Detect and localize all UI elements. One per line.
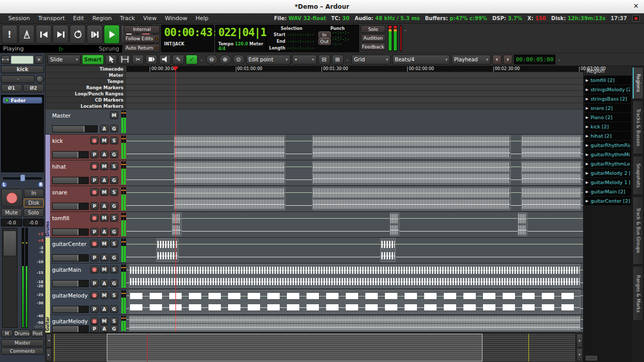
summary-strip[interactable] [52,333,576,362]
region-list-item[interactable]: ▶guitarMain [2] [585,187,631,196]
zoom-fit-icon[interactable]: ⊙ [233,55,245,64]
track-name[interactable]: snare [52,189,89,195]
track-group-button[interactable]: G [110,151,118,158]
audition-tool-button[interactable] [159,55,171,64]
expander-icon[interactable]: ▶ [586,134,588,138]
punch-in-button[interactable]: In [318,31,331,38]
region-list-item[interactable]: ▶guitarMelody 1 [2] [585,178,631,187]
track-group-button[interactable]: G [110,202,118,210]
hide-mixer-icon[interactable]: ✕ [35,55,43,64]
track-mute-button[interactable]: M [100,317,108,325]
ruler-canvas[interactable] [126,97,583,103]
sync-source-button[interactable]: Internal [124,25,160,34]
track-name[interactable]: guitarCenter [52,241,89,247]
goto-start-button[interactable] [36,25,52,44]
audio-region[interactable] [129,264,580,288]
region-list-item[interactable]: ▶stringsMelody [2] [585,85,631,94]
track-mute-button[interactable]: M [100,266,108,273]
record-indicator-icon[interactable]: ● [632,15,640,22]
audio-region[interactable] [518,212,527,236]
processor-active-led[interactable] [5,98,9,102]
midi-panic-button[interactable]: ! [2,25,18,44]
region-list-item[interactable]: ▶stringsBass [2] [585,94,631,103]
track-automation-button[interactable]: A [100,228,108,236]
punch-out-button[interactable]: Out [318,38,331,45]
audition-button[interactable]: Audition [361,34,385,42]
pan-handle[interactable] [20,174,25,182]
track-gain-fader[interactable] [52,325,89,333]
menu-session[interactable]: Session [4,15,34,22]
gain-display[interactable]: -0.0 [1,219,22,226]
feedback-button[interactable]: Feedback [361,43,385,51]
ruler-row-meter[interactable]: Meter [45,72,583,78]
playhead-combo[interactable]: Playhead▾ [452,55,491,64]
track-canvas[interactable] [126,315,583,332]
audio-region[interactable] [312,161,511,185]
selection-end-value[interactable]: --:--:--:-- [287,39,314,44]
draw-tool-icon[interactable]: ✎ [172,55,184,64]
track-header[interactable]: hihatMSPAG [45,160,120,186]
track-record-enable-button[interactable] [90,188,99,196]
track-gain-fader[interactable] [52,254,89,261]
playhead-marker-icon[interactable] [172,67,179,74]
audio-region[interactable] [380,238,396,262]
summary-scroll-right-icon[interactable]: ▸ [46,348,52,362]
region-list-item[interactable]: ▶snare [2] [585,104,631,112]
region-list-item[interactable]: ▶Piano [2] [585,113,631,122]
track-gain-fader[interactable] [52,228,89,236]
track-name[interactable]: tomfill [52,215,89,221]
audio-region[interactable] [174,161,285,185]
zoom-chevron-icon[interactable]: ⌄ [345,57,350,62]
transport-options-chevron-icon[interactable]: ⌄ [404,27,408,32]
track-playlist-button[interactable]: P [90,228,99,236]
solo-button[interactable]: Solo [23,208,44,217]
note-division-combo[interactable]: •▾ [292,55,317,64]
cut-tool-icon[interactable]: ✂ [132,55,144,64]
track-playlist-button[interactable]: P [90,151,99,158]
track-playlist-button[interactable]: P [90,325,99,333]
expander-icon[interactable]: ▶ [586,171,588,175]
track-solo-button[interactable]: S [110,317,118,325]
menu-track[interactable]: Track [116,15,139,22]
audio-region[interactable] [521,187,582,210]
track-automation-button[interactable]: A [100,279,108,287]
track-automation-button[interactable]: A [100,176,108,184]
regions-panel-scrollbar[interactable] [586,356,597,360]
track-name[interactable]: guitarMelody 1 [52,292,89,299]
region-list-item[interactable]: ▶guitarMelody 2 [2] [585,169,631,177]
track-canvas[interactable] [126,186,583,211]
track-name[interactable]: guitarMelody 2 [52,318,89,324]
expander-icon[interactable]: ▶ [586,116,588,120]
goto-end-button[interactable] [53,25,69,44]
track-record-enable-button[interactable] [90,137,99,144]
track-mute-button[interactable]: M [100,240,108,248]
summary-viewport[interactable] [107,334,482,361]
ruler-canvas[interactable] [126,85,583,90]
grab-tool-button[interactable] [105,55,117,64]
ruler-canvas[interactable] [126,72,583,78]
ruler-row-location-markers[interactable]: Location Markers [45,103,583,109]
track-group-button[interactable]: G [110,176,118,184]
track-mute-button[interactable]: M [100,291,108,299]
track-playlist-button[interactable]: P [90,279,99,287]
track-header[interactable]: guitarCenterMSPAG [45,238,120,263]
track-canvas[interactable] [126,264,583,289]
audio-region[interactable] [521,135,582,159]
track-header[interactable]: guitarMainMSPAG [45,264,120,289]
track-automation-button[interactable]: A [100,202,108,210]
group-button[interactable]: Drums [14,330,30,337]
region-list-item[interactable]: ▶guitarRhythmLeft [2] [585,159,631,168]
track-record-enable-button[interactable] [90,317,99,325]
grid-combo[interactable]: Grid▾ [351,55,391,64]
track-canvas[interactable] [126,238,583,263]
audio-region[interactable] [390,212,399,236]
fader-processor[interactable]: Fader [3,97,42,104]
track-mute-button[interactable]: M [100,162,108,170]
track-solo-button[interactable]: S [110,266,118,273]
menu-view[interactable]: View [139,15,160,22]
expander-icon[interactable]: ▶ [586,125,588,129]
track-group-strip-drums[interactable]: Drums [45,135,50,238]
internal-edit-tool-icon[interactable]: ✓ [186,55,198,64]
auto-return-button[interactable]: Auto Return [124,44,160,52]
track-automation-button[interactable]: A [100,325,108,333]
